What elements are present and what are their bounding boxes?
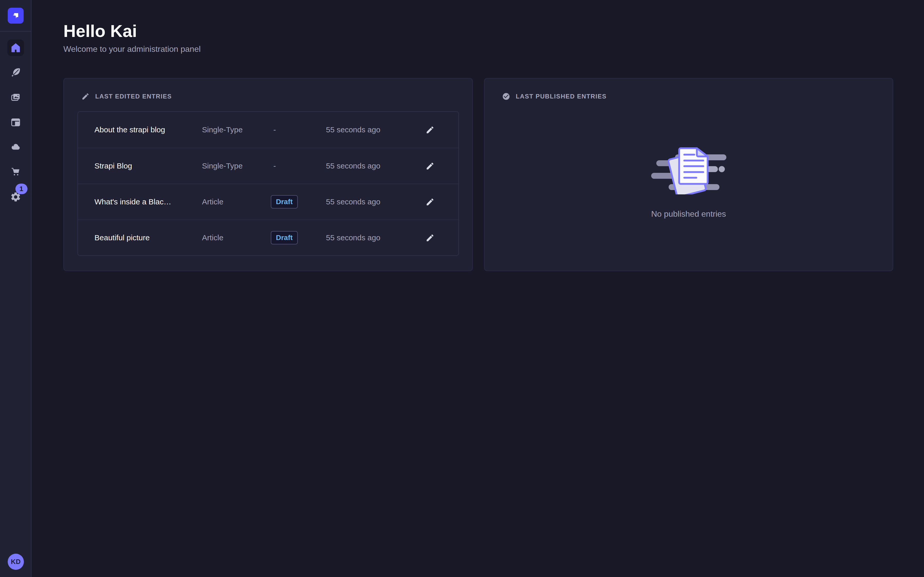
- last-edited-table: About the strapi blog Single-Type - 55 s…: [78, 111, 459, 256]
- nav-item-home[interactable]: [7, 39, 24, 56]
- pencil-icon: [81, 92, 90, 100]
- nav-items: 1: [7, 39, 24, 205]
- entry-type: Single-Type: [202, 161, 273, 170]
- empty-state-text: No published entries: [651, 209, 726, 219]
- user-avatar[interactable]: KD: [8, 554, 24, 570]
- entry-type: Article: [202, 234, 273, 242]
- entry-title: What's inside a Blac…: [94, 197, 202, 206]
- cart-icon: [10, 166, 21, 178]
- entry-status: -: [273, 126, 326, 134]
- page-subtitle: Welcome to your administration panel: [63, 44, 893, 54]
- entry-status: Draft: [273, 195, 326, 208]
- last-published-title: LAST PUBLISHED ENTRIES: [516, 93, 607, 100]
- sidebar-divider: [0, 31, 31, 32]
- edit-entry-button[interactable]: [423, 123, 436, 137]
- last-published-panel: LAST PUBLISHED ENTRIES: [484, 78, 893, 271]
- table-row: Beautiful picture Article Draft 55 secon…: [78, 219, 459, 255]
- feather-icon: [10, 67, 21, 78]
- entry-title: Beautiful picture: [94, 234, 202, 242]
- entry-type: Article: [202, 197, 273, 206]
- main-content: Hello Kai Welcome to your administration…: [32, 0, 924, 577]
- empty-state: No published entries: [485, 100, 893, 219]
- edit-entry-button[interactable]: [423, 195, 436, 208]
- status-badge: Draft: [271, 195, 298, 208]
- entry-status: Draft: [273, 231, 326, 244]
- layout-icon: [10, 117, 21, 128]
- empty-documents-illustration: [651, 144, 727, 194]
- strapi-logo-icon: [11, 11, 21, 21]
- status-badge: Draft: [271, 231, 298, 244]
- entry-time: 55 seconds ago: [326, 126, 410, 134]
- page-title: Hello Kai: [63, 21, 893, 41]
- entry-time: 55 seconds ago: [326, 197, 410, 206]
- entry-status: -: [273, 161, 326, 170]
- table-row: About the strapi blog Single-Type - 55 s…: [78, 112, 459, 148]
- edit-entry-button[interactable]: [423, 231, 436, 244]
- notification-badge: 1: [15, 184, 27, 194]
- nav-item-content-manager[interactable]: [7, 64, 24, 81]
- entry-title: Strapi Blog: [94, 161, 202, 170]
- table-row: Strapi Blog Single-Type - 55 seconds ago: [78, 148, 459, 184]
- strapi-logo[interactable]: [8, 8, 24, 24]
- last-edited-panel: LAST EDITED ENTRIES About the strapi blo…: [63, 78, 473, 271]
- cloud-icon: [10, 142, 21, 153]
- main-navigation: 1 KD: [0, 0, 32, 577]
- nav-item-content-type-builder[interactable]: [7, 114, 24, 131]
- table-row: What's inside a Blac… Article Draft 55 s…: [78, 184, 459, 219]
- entry-time: 55 seconds ago: [326, 161, 410, 170]
- images-icon: [10, 92, 21, 103]
- panels-row: LAST EDITED ENTRIES About the strapi blo…: [63, 78, 893, 271]
- nav-item-media-library[interactable]: [7, 89, 24, 106]
- pencil-icon: [426, 197, 435, 206]
- last-edited-title: LAST EDITED ENTRIES: [95, 93, 172, 100]
- home-icon: [10, 42, 21, 53]
- nav-item-marketplace[interactable]: [7, 164, 24, 180]
- entry-type: Single-Type: [202, 126, 273, 134]
- entry-time: 55 seconds ago: [326, 234, 410, 242]
- nav-item-cloud[interactable]: [7, 139, 24, 155]
- nav-item-settings[interactable]: 1: [7, 189, 24, 205]
- last-published-header: LAST PUBLISHED ENTRIES: [485, 79, 893, 100]
- pencil-icon: [426, 126, 435, 134]
- entry-title: About the strapi blog: [94, 126, 202, 134]
- pencil-icon: [426, 161, 435, 171]
- edit-entry-button[interactable]: [423, 160, 436, 172]
- pencil-icon: [426, 234, 435, 242]
- check-circle-icon: [502, 92, 510, 100]
- last-edited-header: LAST EDITED ENTRIES: [64, 79, 472, 100]
